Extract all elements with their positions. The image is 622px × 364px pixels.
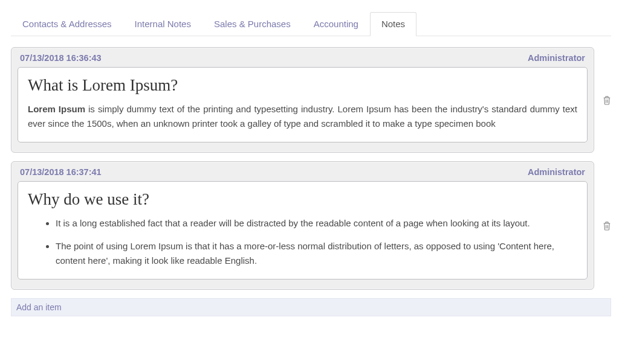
list-item: It is a long established fact that a rea… — [56, 216, 577, 231]
note-card: 07/13/2018 16:36:43 Administrator What i… — [11, 47, 594, 153]
trash-icon[interactable] — [603, 95, 611, 105]
note-timestamp: 07/13/2018 16:36:43 — [20, 53, 102, 63]
note-list: It is a long established fact that a rea… — [28, 216, 577, 268]
tab-contacts-addresses[interactable]: Contacts & Addresses — [11, 12, 123, 36]
tab-internal-notes[interactable]: Internal Notes — [123, 12, 202, 36]
note-timestamp: 07/13/2018 16:37:41 — [20, 167, 102, 177]
tab-accounting[interactable]: Accounting — [302, 12, 370, 36]
trash-icon[interactable] — [603, 221, 611, 231]
note-author: Administrator — [528, 53, 585, 63]
tab-notes[interactable]: Notes — [370, 12, 416, 36]
note-body[interactable]: What is Lorem Ipsum? Lorem Ipsum is simp… — [18, 67, 588, 142]
note-text: Lorem Ipsum is simply dummy text of the … — [28, 102, 577, 131]
note-author: Administrator — [528, 167, 585, 177]
note-body[interactable]: Why do we use it? It is a long establish… — [18, 181, 588, 279]
note-card: 07/13/2018 16:37:41 Administrator Why do… — [11, 161, 594, 290]
note-row: 07/13/2018 16:37:41 Administrator Why do… — [11, 161, 611, 290]
note-row: 07/13/2018 16:36:43 Administrator What i… — [11, 47, 611, 153]
list-item: The point of using Lorem Ipsum is that i… — [56, 239, 577, 268]
notes-list: 07/13/2018 16:36:43 Administrator What i… — [11, 47, 611, 290]
tab-sales-purchases[interactable]: Sales & Purchases — [202, 12, 302, 36]
tab-bar: Contacts & Addresses Internal Notes Sale… — [11, 12, 611, 36]
note-title: What is Lorem Ipsum? — [28, 76, 577, 95]
note-title: Why do we use it? — [28, 190, 577, 209]
add-item-button[interactable]: Add an item — [11, 298, 611, 316]
